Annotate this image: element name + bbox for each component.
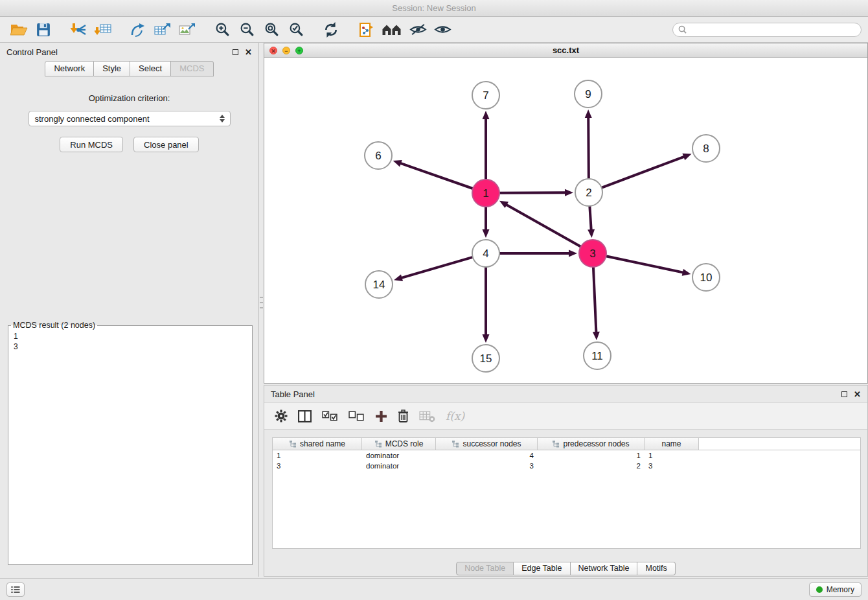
float-table-panel-icon[interactable] [841, 391, 847, 397]
window-zoom-button[interactable]: + [295, 47, 303, 54]
eye-icon [434, 23, 451, 36]
status-bar: Memory [0, 578, 868, 600]
cell-name[interactable]: 3 [645, 461, 699, 471]
column-header-shared-name[interactable]: shared name [273, 438, 362, 450]
cell-mcds-role[interactable]: dominator [362, 461, 436, 471]
graph-edge-1-2[interactable] [500, 192, 565, 193]
network-file-button[interactable] [354, 19, 378, 40]
graph-edge-arrow-2-3 [588, 229, 595, 238]
search-input[interactable] [691, 25, 856, 34]
graph-edge-3-10[interactable] [607, 257, 683, 273]
function-builder-button[interactable]: f(x) [446, 410, 464, 422]
cell-mcds-role[interactable]: dominator [362, 450, 436, 461]
zoom-selected-icon [289, 22, 304, 37]
criterion-dropdown[interactable]: strongly connected component [29, 111, 231, 126]
graph-edge-2-3[interactable] [589, 207, 591, 229]
tab-edge-table[interactable]: Edge Table [514, 562, 570, 575]
tab-network[interactable]: Network [45, 61, 94, 76]
delete-column-button[interactable] [398, 410, 409, 422]
graph-node-label-4: 4 [483, 248, 488, 260]
import-table-button[interactable] [91, 19, 115, 40]
delete-table-button[interactable] [419, 410, 435, 422]
tab-mcds[interactable]: MCDS [171, 61, 213, 76]
zoom-fit-icon [264, 22, 279, 37]
mcds-result-box: MCDS result (2 nodes) 1 3 [8, 321, 253, 565]
graph-edge-4-14[interactable] [402, 257, 472, 278]
column-header-successor-nodes[interactable]: successor nodes [436, 438, 538, 450]
memory-status-dot [816, 586, 823, 593]
graph-edge-3-11[interactable] [593, 268, 596, 332]
graph-edge-3-1[interactable] [507, 205, 580, 246]
graph-node-label-8: 8 [703, 143, 709, 155]
zoom-out-button[interactable] [234, 19, 259, 40]
checked-boxes-icon [322, 411, 338, 422]
tab-style[interactable]: Style [94, 61, 130, 76]
float-panel-icon[interactable] [233, 49, 238, 55]
tab-node-table[interactable]: Node Table [456, 562, 514, 575]
save-session-button[interactable] [31, 19, 56, 40]
show-hide-button[interactable] [430, 19, 455, 40]
deselect-all-columns-button[interactable] [348, 411, 365, 422]
graph-edge-arrow-4-3 [569, 250, 577, 257]
window-close-button[interactable]: ✕ [269, 47, 277, 54]
open-session-button[interactable] [6, 19, 31, 40]
graph-edge-2-9[interactable] [588, 118, 589, 178]
tab-motifs[interactable]: Motifs [637, 562, 675, 575]
graph-edge-2-8[interactable] [602, 157, 684, 187]
graph-edge-1-6[interactable] [401, 163, 472, 189]
table-row[interactable]: 3 dominator 3 2 3 [273, 461, 860, 471]
panel-splitter[interactable] [260, 297, 263, 308]
mcds-result-title: MCDS result (2 nodes) [11, 321, 97, 330]
close-panel-button[interactable]: Close panel [133, 137, 199, 152]
optimization-criterion-label: Optimization criterion: [0, 93, 258, 103]
toggle-graphics-details-button[interactable] [405, 19, 430, 40]
close-table-panel-icon[interactable]: ✕ [854, 390, 861, 398]
graph-edge-arrow-2-8 [682, 154, 691, 160]
zoom-fit-button[interactable] [259, 19, 284, 40]
export-table-button[interactable] [150, 19, 175, 40]
cell-name[interactable]: 1 [645, 450, 699, 461]
cell-predecessor-nodes[interactable]: 2 [538, 461, 645, 471]
zoom-in-button[interactable] [210, 19, 234, 40]
graph-edge-arrow-3-11 [593, 332, 600, 340]
cell-successor-nodes[interactable]: 4 [436, 450, 538, 461]
zoom-selected-button[interactable] [284, 19, 308, 40]
network-file-icon [359, 22, 374, 38]
task-history-button[interactable] [6, 583, 25, 597]
cell-shared-name[interactable]: 1 [273, 450, 362, 461]
memory-button[interactable]: Memory [809, 583, 862, 597]
tab-network-table[interactable]: Network Table [571, 562, 638, 575]
cell-shared-name[interactable]: 3 [273, 461, 362, 471]
table-row[interactable]: 1 dominator 4 1 1 [273, 450, 860, 461]
table-panel: Table Panel ✕ f(x) [264, 385, 868, 577]
export-network-button[interactable] [126, 19, 150, 40]
column-header-mcds-role[interactable]: MCDS role [362, 438, 436, 450]
close-panel-icon[interactable]: ✕ [245, 48, 252, 56]
column-header-predecessor-nodes[interactable]: predecessor nodes [538, 438, 645, 450]
search-field[interactable] [672, 23, 862, 37]
graph-node-label-7: 7 [483, 89, 488, 102]
select-all-columns-button[interactable] [322, 411, 338, 422]
home-pair-button[interactable] [378, 19, 405, 40]
graph-edge-arrow-1-2 [565, 189, 573, 196]
tab-select[interactable]: Select [130, 61, 171, 76]
graph-edge-arrow-1-7 [483, 111, 490, 119]
cell-predecessor-nodes[interactable]: 1 [538, 450, 645, 461]
network-canvas[interactable]: 1234678910111415 [264, 58, 867, 383]
cell-successor-nodes[interactable]: 3 [436, 461, 538, 471]
run-mcds-button[interactable]: Run MCDS [60, 137, 123, 152]
network-window-titlebar[interactable]: ✕ − + scc.txt [264, 43, 867, 58]
create-column-button[interactable] [375, 410, 387, 422]
graph-edge-arrow-4-14 [394, 274, 403, 281]
zoom-in-icon [215, 22, 230, 37]
export-image-button[interactable] [175, 19, 200, 40]
home-icons [382, 23, 402, 36]
import-network-button[interactable] [66, 19, 91, 40]
column-header-name[interactable]: name [645, 438, 699, 450]
graph-node-label-6: 6 [375, 150, 381, 162]
window-minimize-button[interactable]: − [282, 47, 290, 54]
show-column-panel-button[interactable] [298, 410, 312, 422]
main-toolbar [0, 17, 868, 43]
apply-layout-button[interactable] [319, 19, 343, 40]
table-settings-button[interactable] [275, 410, 288, 422]
